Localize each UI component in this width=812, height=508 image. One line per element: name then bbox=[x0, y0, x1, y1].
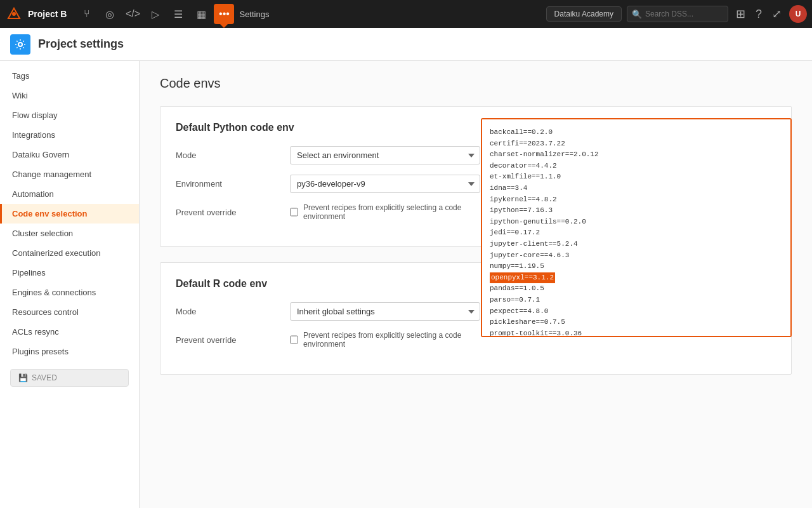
pkg-pexpect: pexpect==4.8.0 bbox=[490, 306, 783, 318]
r-prevent-label: Prevent override bbox=[176, 335, 290, 345]
pkg-jupyter-client: jupyter-client==5.2.4 bbox=[490, 239, 783, 250]
project-name[interactable]: Project B bbox=[28, 9, 67, 19]
sidebar-item-resources-control[interactable]: Resources control bbox=[0, 302, 139, 322]
python-env-select[interactable]: py36-developer-v9 bbox=[290, 175, 480, 193]
sidebar-item-engines-connections[interactable]: Engines & connections bbox=[0, 283, 139, 302]
svg-point-1 bbox=[12, 12, 16, 16]
share-icon: ⑂ bbox=[84, 8, 90, 20]
pkg-prompt-toolkit: prompt-toolkit==3.0.36 bbox=[490, 328, 783, 337]
code-icon-btn[interactable]: </> bbox=[122, 4, 143, 24]
top-nav: Project B ⑂ ◎ </> ▷ ☰ ▦ ••• Settings Dat… bbox=[0, 0, 812, 28]
python-env-control[interactable]: py36-developer-v9 bbox=[290, 175, 480, 193]
sidebar-item-cluster-selection[interactable]: Cluster selection bbox=[0, 224, 139, 243]
sidebar-item-code-env-selection[interactable]: Code env selection bbox=[0, 204, 139, 224]
package-highlight: openpyxl==3.1.2 bbox=[490, 272, 555, 284]
run-icon-btn[interactable]: ▷ bbox=[145, 4, 166, 24]
pkg-parso: parso==0.7.1 bbox=[490, 295, 783, 306]
pkg-pickleshare: pickleshare==0.7.5 bbox=[490, 317, 783, 328]
pkg-idna: idna==3.4 bbox=[490, 183, 783, 194]
search-icon: 🔍 bbox=[632, 10, 642, 19]
python-prevent-label: Prevent override bbox=[176, 208, 290, 217]
table-icon-btn[interactable]: ▦ bbox=[191, 4, 211, 24]
app-logo[interactable] bbox=[5, 5, 23, 23]
pkg-pandas: pandas==1.0.5 bbox=[490, 283, 783, 295]
saved-label: SAVED bbox=[32, 373, 57, 382]
circle-icon-btn[interactable]: ◎ bbox=[100, 4, 120, 24]
sub-header: Project settings bbox=[0, 28, 812, 61]
share-icon-btn[interactable]: ⑂ bbox=[77, 4, 97, 24]
play-icon: ▷ bbox=[152, 8, 159, 20]
page-title: Project settings bbox=[38, 37, 124, 51]
sidebar-item-automation[interactable]: Automation bbox=[0, 184, 139, 204]
pkg-et-xmlfile: et-xmlfile==1.1.0 bbox=[490, 171, 783, 183]
sidebar-item-acls-resync[interactable]: ACLs resync bbox=[0, 322, 139, 342]
python-prevent-checkbox[interactable] bbox=[290, 208, 298, 217]
avatar[interactable]: U bbox=[789, 5, 807, 23]
python-mode-select[interactable]: Select an environment Inherit global set… bbox=[290, 146, 480, 164]
grid-icon[interactable]: ⊞ bbox=[733, 4, 748, 23]
main-layout: Tags Wiki Flow display Integrations Data… bbox=[0, 61, 812, 508]
pkg-ipykernel: ipykernel==4.8.2 bbox=[490, 194, 783, 206]
main-content: Code envs Default Python code env Mode S… bbox=[140, 61, 812, 508]
python-prevent-control: Prevent recipes from explicitly selectin… bbox=[290, 203, 480, 221]
academy-button[interactable]: Dataiku Academy bbox=[546, 6, 622, 22]
sidebar-item-plugins-presets[interactable]: Plugins presets bbox=[0, 342, 139, 361]
pkg-ipython-genutils: ipython-genutils==0.2.0 bbox=[490, 217, 783, 228]
pkg-charset: charset-normalizer==2.0.12 bbox=[490, 149, 783, 161]
sidebar-item-dataiku-govern[interactable]: Dataiku Govern bbox=[0, 145, 139, 164]
r-prevent-control: Prevent recipes from explicitly selectin… bbox=[290, 331, 480, 349]
pkg-jupyter-core: jupyter-core==4.6.3 bbox=[490, 250, 783, 262]
sidebar-item-flow-display[interactable]: Flow display bbox=[0, 105, 139, 125]
sidebar-item-change-management[interactable]: Change management bbox=[0, 164, 139, 184]
r-prevent-check-label: Prevent recipes from explicitly selectin… bbox=[303, 331, 480, 349]
pkg-certifi: certifi==2023.7.22 bbox=[490, 138, 783, 150]
sidebar-item-integrations[interactable]: Integrations bbox=[0, 125, 139, 145]
r-mode-label: Mode bbox=[176, 307, 290, 316]
save-icon: 💾 bbox=[18, 373, 28, 382]
doc-icon-btn[interactable]: ☰ bbox=[168, 4, 188, 24]
sidebar: Tags Wiki Flow display Integrations Data… bbox=[0, 61, 140, 508]
python-mode-label: Mode bbox=[176, 150, 290, 160]
pkg-decorator: decorator==4.4.2 bbox=[490, 161, 783, 172]
nav-right: Dataiku Academy 🔍 ⊞ ? ⤢ U bbox=[546, 4, 807, 23]
pkg-openpyxl: openpyxl==3.1.2 bbox=[490, 272, 783, 284]
nav-left: Project B ⑂ ◎ </> ▷ ☰ ▦ ••• Settings bbox=[5, 4, 546, 24]
saved-button: 💾 SAVED bbox=[10, 369, 129, 387]
python-mode-control[interactable]: Select an environment Inherit global set… bbox=[290, 146, 480, 164]
svg-point-2 bbox=[18, 43, 22, 46]
sidebar-item-tags[interactable]: Tags bbox=[0, 66, 139, 86]
sidebar-item-containerized-execution[interactable]: Containerized execution bbox=[0, 243, 139, 263]
pkg-ipython: ipython==7.16.3 bbox=[490, 205, 783, 217]
python-env-label: Environment bbox=[176, 179, 290, 189]
r-mode-select[interactable]: Inherit global settings Select an enviro… bbox=[290, 302, 480, 321]
table-icon: ▦ bbox=[197, 8, 206, 20]
external-icon[interactable]: ⤢ bbox=[769, 4, 784, 23]
sidebar-item-pipelines[interactable]: Pipelines bbox=[0, 263, 139, 283]
pkg-backcall: backcall==0.2.0 bbox=[490, 127, 783, 138]
pkg-numpy: numpy==1.19.5 bbox=[490, 261, 783, 272]
active-indicator bbox=[220, 24, 228, 28]
python-prevent-check-label: Prevent recipes from explicitly selectin… bbox=[303, 203, 480, 221]
package-box: backcall==0.2.0 certifi==2023.7.22 chars… bbox=[481, 118, 792, 337]
more-icon-btn[interactable]: ••• bbox=[214, 4, 234, 24]
package-list: backcall==0.2.0 certifi==2023.7.22 chars… bbox=[490, 127, 783, 337]
help-icon[interactable]: ? bbox=[753, 5, 764, 23]
sidebar-item-wiki[interactable]: Wiki bbox=[0, 86, 139, 105]
more-icon: ••• bbox=[219, 8, 230, 20]
doc-icon: ☰ bbox=[174, 8, 183, 20]
code-envs-title: Code envs bbox=[160, 76, 792, 91]
status-icon: ◎ bbox=[105, 8, 114, 20]
r-mode-control[interactable]: Inherit global settings Select an enviro… bbox=[290, 302, 480, 321]
r-prevent-checkbox[interactable] bbox=[290, 335, 298, 344]
pkg-jedi: jedi==0.17.2 bbox=[490, 227, 783, 239]
code-icon: </> bbox=[126, 8, 140, 20]
settings-nav-label: Settings bbox=[239, 10, 269, 19]
settings-icon-badge bbox=[10, 34, 30, 55]
